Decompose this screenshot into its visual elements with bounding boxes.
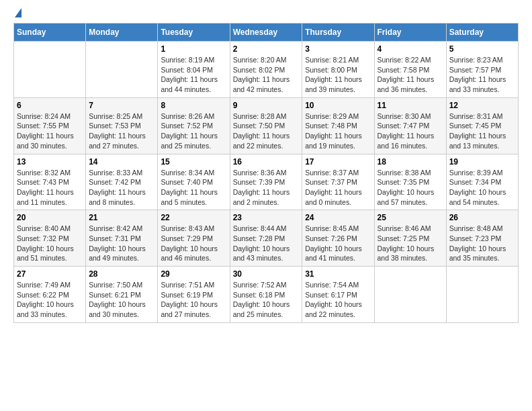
calendar-cell: 2Sunrise: 8:20 AM Sunset: 8:02 PM Daylig… bbox=[230, 42, 302, 98]
weekday-header: Sunday bbox=[14, 24, 86, 42]
day-info: Sunrise: 8:21 AM Sunset: 8:00 PM Dayligh… bbox=[305, 55, 371, 95]
day-info: Sunrise: 8:22 AM Sunset: 7:58 PM Dayligh… bbox=[378, 55, 443, 95]
day-number: 20 bbox=[17, 213, 83, 222]
calendar-cell: 30Sunrise: 7:52 AM Sunset: 6:18 PM Dayli… bbox=[230, 267, 302, 323]
day-info: Sunrise: 8:26 AM Sunset: 7:52 PM Dayligh… bbox=[161, 111, 226, 151]
day-number: 17 bbox=[305, 157, 371, 167]
day-number: 25 bbox=[378, 213, 443, 222]
calendar-cell bbox=[86, 42, 158, 98]
page-header bbox=[13, 11, 519, 17]
calendar-week-row: 27Sunrise: 7:49 AM Sunset: 6:22 PM Dayli… bbox=[14, 267, 519, 323]
weekday-header: Wednesday bbox=[230, 24, 302, 42]
day-info: Sunrise: 8:34 AM Sunset: 7:40 PM Dayligh… bbox=[161, 168, 226, 208]
day-number: 9 bbox=[233, 101, 300, 110]
calendar-cell: 15Sunrise: 8:34 AM Sunset: 7:40 PM Dayli… bbox=[158, 154, 230, 210]
day-info: Sunrise: 7:51 AM Sunset: 6:19 PM Dayligh… bbox=[161, 280, 226, 320]
calendar-cell: 23Sunrise: 8:44 AM Sunset: 7:28 PM Dayli… bbox=[230, 210, 302, 267]
calendar-body: 1Sunrise: 8:19 AM Sunset: 8:04 PM Daylig… bbox=[14, 42, 519, 323]
day-info: Sunrise: 8:20 AM Sunset: 8:02 PM Dayligh… bbox=[233, 55, 300, 95]
day-info: Sunrise: 8:29 AM Sunset: 7:48 PM Dayligh… bbox=[305, 111, 371, 151]
day-info: Sunrise: 8:32 AM Sunset: 7:43 PM Dayligh… bbox=[17, 168, 83, 208]
day-info: Sunrise: 8:40 AM Sunset: 7:32 PM Dayligh… bbox=[17, 224, 83, 263]
calendar-cell: 1Sunrise: 8:19 AM Sunset: 8:04 PM Daylig… bbox=[158, 42, 230, 98]
day-info: Sunrise: 7:54 AM Sunset: 6:17 PM Dayligh… bbox=[305, 280, 371, 320]
calendar-cell: 5Sunrise: 8:23 AM Sunset: 7:57 PM Daylig… bbox=[446, 42, 518, 98]
calendar-cell: 21Sunrise: 8:42 AM Sunset: 7:31 PM Dayli… bbox=[86, 210, 158, 267]
day-info: Sunrise: 8:31 AM Sunset: 7:45 PM Dayligh… bbox=[449, 111, 515, 151]
day-number: 3 bbox=[305, 44, 371, 54]
calendar-cell: 22Sunrise: 8:43 AM Sunset: 7:29 PM Dayli… bbox=[158, 210, 230, 267]
calendar-cell: 27Sunrise: 7:49 AM Sunset: 6:22 PM Dayli… bbox=[14, 267, 86, 323]
day-number: 1 bbox=[161, 44, 226, 54]
day-info: Sunrise: 7:49 AM Sunset: 6:22 PM Dayligh… bbox=[17, 280, 83, 320]
calendar-cell: 3Sunrise: 8:21 AM Sunset: 8:00 PM Daylig… bbox=[302, 42, 374, 98]
day-number: 19 bbox=[449, 157, 515, 167]
calendar-cell: 17Sunrise: 8:37 AM Sunset: 7:37 PM Dayli… bbox=[302, 154, 374, 210]
day-number: 27 bbox=[17, 269, 83, 279]
day-number: 10 bbox=[305, 101, 371, 110]
calendar-week-row: 13Sunrise: 8:32 AM Sunset: 7:43 PM Dayli… bbox=[14, 154, 519, 210]
logo bbox=[13, 11, 21, 17]
day-info: Sunrise: 8:39 AM Sunset: 7:34 PM Dayligh… bbox=[449, 168, 515, 208]
day-info: Sunrise: 8:44 AM Sunset: 7:28 PM Dayligh… bbox=[233, 224, 300, 263]
day-number: 11 bbox=[378, 101, 443, 110]
calendar-week-row: 20Sunrise: 8:40 AM Sunset: 7:32 PM Dayli… bbox=[14, 210, 519, 267]
calendar-cell: 26Sunrise: 8:48 AM Sunset: 7:23 PM Dayli… bbox=[446, 210, 518, 267]
day-info: Sunrise: 8:46 AM Sunset: 7:25 PM Dayligh… bbox=[378, 224, 443, 263]
weekday-header: Friday bbox=[374, 24, 446, 42]
day-info: Sunrise: 8:25 AM Sunset: 7:53 PM Dayligh… bbox=[89, 111, 154, 151]
calendar-cell: 29Sunrise: 7:51 AM Sunset: 6:19 PM Dayli… bbox=[158, 267, 230, 323]
day-number: 12 bbox=[449, 101, 515, 110]
weekday-header: Thursday bbox=[302, 24, 374, 42]
calendar-cell: 31Sunrise: 7:54 AM Sunset: 6:17 PM Dayli… bbox=[302, 267, 374, 323]
day-info: Sunrise: 8:36 AM Sunset: 7:39 PM Dayligh… bbox=[233, 168, 300, 208]
day-info: Sunrise: 8:45 AM Sunset: 7:26 PM Dayligh… bbox=[305, 224, 371, 263]
day-number: 6 bbox=[17, 101, 83, 110]
day-info: Sunrise: 7:52 AM Sunset: 6:18 PM Dayligh… bbox=[233, 280, 300, 320]
weekday-header: Saturday bbox=[446, 24, 518, 42]
day-number: 23 bbox=[233, 213, 300, 222]
calendar-cell: 18Sunrise: 8:38 AM Sunset: 7:35 PM Dayli… bbox=[374, 154, 446, 210]
calendar-cell: 14Sunrise: 8:33 AM Sunset: 7:42 PM Dayli… bbox=[86, 154, 158, 210]
day-info: Sunrise: 8:28 AM Sunset: 7:50 PM Dayligh… bbox=[233, 111, 300, 151]
day-number: 22 bbox=[161, 213, 226, 222]
calendar-cell bbox=[374, 267, 446, 323]
day-number: 28 bbox=[89, 269, 154, 279]
calendar-cell: 25Sunrise: 8:46 AM Sunset: 7:25 PM Dayli… bbox=[374, 210, 446, 267]
day-number: 31 bbox=[305, 269, 371, 279]
day-info: Sunrise: 7:50 AM Sunset: 6:21 PM Dayligh… bbox=[89, 280, 154, 320]
day-number: 29 bbox=[161, 269, 226, 279]
calendar-cell bbox=[446, 267, 518, 323]
day-number: 7 bbox=[89, 101, 154, 110]
day-number: 13 bbox=[17, 157, 83, 167]
day-number: 15 bbox=[161, 157, 226, 167]
day-info: Sunrise: 8:42 AM Sunset: 7:31 PM Dayligh… bbox=[89, 224, 154, 263]
calendar-cell: 20Sunrise: 8:40 AM Sunset: 7:32 PM Dayli… bbox=[14, 210, 86, 267]
calendar-cell: 19Sunrise: 8:39 AM Sunset: 7:34 PM Dayli… bbox=[446, 154, 518, 210]
day-info: Sunrise: 8:19 AM Sunset: 8:04 PM Dayligh… bbox=[161, 55, 226, 95]
day-number: 5 bbox=[449, 44, 515, 54]
day-info: Sunrise: 8:30 AM Sunset: 7:47 PM Dayligh… bbox=[378, 111, 443, 151]
calendar-cell: 11Sunrise: 8:30 AM Sunset: 7:47 PM Dayli… bbox=[374, 97, 446, 154]
day-number: 21 bbox=[89, 213, 154, 222]
day-info: Sunrise: 8:23 AM Sunset: 7:57 PM Dayligh… bbox=[449, 55, 515, 95]
calendar-cell: 7Sunrise: 8:25 AM Sunset: 7:53 PM Daylig… bbox=[86, 97, 158, 154]
day-number: 14 bbox=[89, 157, 154, 167]
weekday-header: Tuesday bbox=[158, 24, 230, 42]
day-number: 16 bbox=[233, 157, 300, 167]
calendar-cell: 12Sunrise: 8:31 AM Sunset: 7:45 PM Dayli… bbox=[446, 97, 518, 154]
day-info: Sunrise: 8:43 AM Sunset: 7:29 PM Dayligh… bbox=[161, 224, 226, 263]
calendar-cell: 28Sunrise: 7:50 AM Sunset: 6:21 PM Dayli… bbox=[86, 267, 158, 323]
logo-triangle-icon bbox=[15, 8, 21, 17]
day-info: Sunrise: 8:37 AM Sunset: 7:37 PM Dayligh… bbox=[305, 168, 371, 208]
calendar-cell: 4Sunrise: 8:22 AM Sunset: 7:58 PM Daylig… bbox=[374, 42, 446, 98]
calendar-cell bbox=[14, 42, 86, 98]
calendar-week-row: 1Sunrise: 8:19 AM Sunset: 8:04 PM Daylig… bbox=[14, 42, 519, 98]
calendar-week-row: 6Sunrise: 8:24 AM Sunset: 7:55 PM Daylig… bbox=[14, 97, 519, 154]
day-number: 26 bbox=[449, 213, 515, 222]
day-info: Sunrise: 8:48 AM Sunset: 7:23 PM Dayligh… bbox=[449, 224, 515, 263]
day-number: 8 bbox=[161, 101, 226, 110]
calendar-cell: 10Sunrise: 8:29 AM Sunset: 7:48 PM Dayli… bbox=[302, 97, 374, 154]
weekday-header: Monday bbox=[86, 24, 158, 42]
calendar-cell: 9Sunrise: 8:28 AM Sunset: 7:50 PM Daylig… bbox=[230, 97, 302, 154]
